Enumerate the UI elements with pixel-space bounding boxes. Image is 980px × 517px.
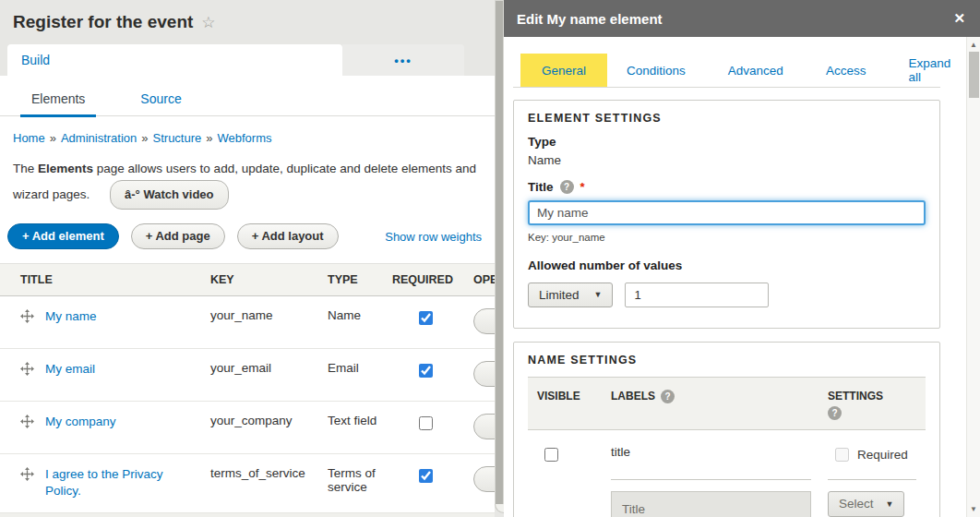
edit-button[interactable] — [473, 361, 495, 387]
webform-build-page: Register for the event ☆ Build ••• Eleme… — [0, 0, 495, 517]
edit-button[interactable] — [473, 308, 495, 334]
expand-all-link[interactable]: Expand all — [908, 54, 950, 87]
chevron-down-icon: ▼ — [594, 290, 603, 299]
name-settings-fieldset: NAME SETTINGS VISIBLE LABELS ? SETTINGS … — [513, 342, 940, 517]
breadcrumb-structure[interactable]: Structure — [153, 131, 202, 145]
actions-row: + Add element + Add page + Add layout Sh… — [7, 223, 482, 249]
edit-button[interactable] — [473, 414, 495, 439]
help-icon[interactable]: ? — [560, 180, 574, 194]
title-input[interactable] — [528, 200, 926, 225]
element-type: Email — [320, 349, 385, 402]
table-header-row: TITLE KEY TYPE REQUIRED OPERATIONS — [0, 264, 495, 296]
label-cell: title — [611, 445, 811, 480]
tab-advanced[interactable]: Advanced — [728, 54, 783, 87]
dialog-window: Edit My name element ✕ General Condition… — [504, 0, 980, 517]
column-header-labels: LABELS ? — [611, 390, 811, 420]
page-header: Register for the event ☆ — [0, 0, 495, 44]
required-mark: * — [580, 180, 585, 194]
settings-select-value: Select — [839, 497, 874, 511]
breadcrumb-home[interactable]: Home — [13, 131, 45, 145]
name-settings-row: title Required — [528, 430, 926, 480]
add-layout-button[interactable]: + Add layout — [237, 223, 339, 249]
scrollbar-thumb[interactable] — [969, 52, 979, 98]
table-row: My name your_name Name — [0, 296, 495, 349]
watch-video-button[interactable]: â-° Watch video — [110, 180, 228, 210]
settings-header-text: SETTINGS — [828, 390, 883, 403]
element-type: Terms of service — [320, 454, 385, 513]
tab-general[interactable]: General — [520, 54, 607, 87]
dialog-titlebar[interactable]: Edit My name element ✕ — [504, 0, 980, 37]
add-page-button[interactable]: + Add page — [131, 223, 225, 249]
secondary-tab-bar: Elements Source — [0, 76, 495, 116]
tab-conditions[interactable]: Conditions — [627, 54, 686, 87]
dialog-body: General Conditions Advanced Access Expan… — [504, 37, 980, 517]
element-link[interactable]: My company — [45, 414, 116, 430]
element-type: Text field — [320, 402, 385, 454]
breadcrumb-administration[interactable]: Administration — [61, 131, 137, 145]
column-header-type: TYPE — [320, 264, 385, 296]
label-text-input[interactable]: Title — [611, 491, 811, 517]
element-link[interactable]: My email — [45, 361, 95, 378]
breadcrumb-separator: » — [50, 131, 56, 145]
dialog-scrollbar[interactable]: ▲ ▼ — [966, 37, 980, 517]
element-key: your_email — [203, 349, 320, 402]
allowed-values-select[interactable]: Limited ▼ — [528, 283, 613, 307]
column-header-title: TITLE — [0, 264, 203, 296]
scroll-down-icon[interactable]: ▼ — [967, 505, 980, 513]
help-icon[interactable]: ? — [661, 390, 675, 403]
fieldset-legend: NAME SETTINGS — [528, 354, 926, 367]
page-title: Register for the event — [13, 12, 193, 32]
column-header-visible: VISIBLE — [537, 390, 594, 420]
visible-checkbox[interactable] — [544, 448, 558, 462]
scroll-up-icon[interactable]: ▲ — [967, 41, 980, 49]
show-row-weights-link[interactable]: Show row weights — [385, 230, 482, 244]
intro-prefix: The — [13, 162, 38, 175]
tab-source[interactable]: Source — [129, 91, 192, 115]
drag-handle-icon[interactable] — [20, 309, 34, 326]
close-icon[interactable]: ✕ — [953, 10, 965, 27]
table-row: I agree to the Privacy Policy. terms_of_… — [0, 454, 495, 513]
tab-elements[interactable]: Elements — [20, 91, 96, 117]
chevron-down-icon: ▼ — [886, 499, 894, 509]
element-key: your_name — [203, 296, 320, 349]
drag-handle-icon[interactable] — [20, 362, 34, 379]
help-icon[interactable]: ? — [828, 406, 842, 420]
allowed-values-row: Limited ▼ — [528, 283, 926, 307]
required-checkbox[interactable] — [419, 416, 433, 430]
add-element-button[interactable]: + Add element — [7, 223, 119, 249]
tab-build[interactable]: Build — [7, 44, 342, 76]
limit-input[interactable] — [625, 283, 769, 307]
element-type: Submit button(s) — [320, 513, 385, 517]
table-row: Submit button(s) actions Submit button(s… — [0, 513, 495, 517]
breadcrumb-separator: » — [206, 131, 212, 145]
name-settings-header: VISIBLE LABELS ? SETTINGS ? — [528, 378, 926, 430]
key-note: Key: your_name — [528, 232, 926, 243]
allowed-values-selected: Limited — [539, 288, 580, 302]
dialog-resize-handle[interactable] — [495, 0, 504, 505]
drag-handle-icon[interactable] — [20, 415, 34, 431]
more-tabs-button[interactable]: ••• — [342, 44, 464, 76]
primary-tab-bar: Build ••• — [0, 44, 495, 76]
element-link[interactable]: My name — [45, 308, 97, 325]
column-header-required: REQUIRED — [385, 264, 466, 296]
tab-access[interactable]: Access — [826, 54, 866, 87]
labels-header-text: LABELS — [611, 390, 655, 403]
element-link[interactable]: I agree to the Privacy Policy. — [45, 466, 196, 499]
intro-bold: Elements — [38, 162, 93, 175]
edit-button[interactable] — [473, 466, 495, 492]
title-label-row: Title ? * — [528, 180, 926, 194]
required-checkbox[interactable] — [419, 364, 433, 378]
column-header-settings: SETTINGS ? — [828, 390, 916, 420]
favorite-star-icon[interactable]: ☆ — [201, 13, 215, 32]
drag-handle-icon[interactable] — [20, 467, 34, 484]
element-type: Name — [320, 296, 385, 349]
column-header-key: KEY — [203, 264, 320, 296]
required-checkbox[interactable] — [419, 311, 433, 325]
edit-element-dialog: Edit My name element ✕ General Condition… — [495, 0, 980, 517]
breadcrumb: Home»Administration»Structure»Webforms — [13, 131, 495, 145]
required-checkbox[interactable] — [419, 469, 433, 483]
settings-select[interactable]: Select ▼ — [828, 491, 904, 517]
breadcrumb-webforms[interactable]: Webforms — [218, 131, 272, 145]
name-settings-table: VISIBLE LABELS ? SETTINGS ? title — [528, 377, 926, 517]
table-row: My email your_email Email — [0, 349, 495, 402]
